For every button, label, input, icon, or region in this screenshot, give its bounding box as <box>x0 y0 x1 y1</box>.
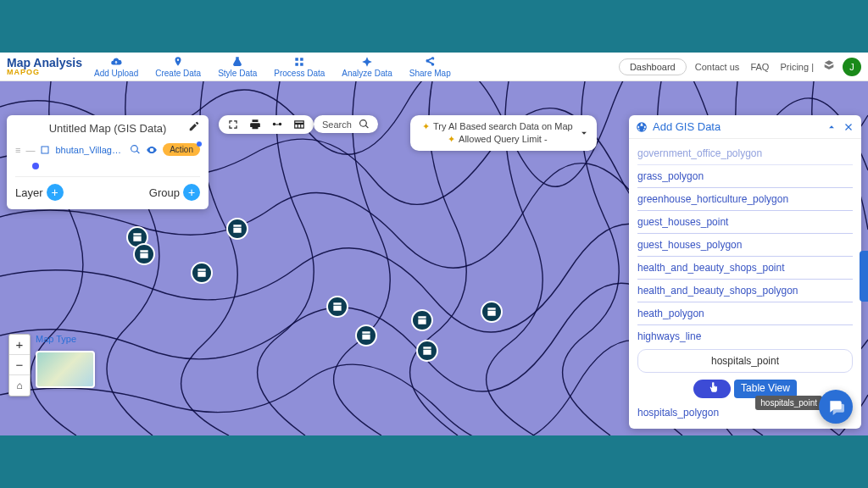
gis-panel-title: Add GIS Data <box>653 120 721 133</box>
brand-logo: Map Analysis MAPOG <box>7 57 82 76</box>
nav-process-data[interactable]: Process Data <box>265 56 333 78</box>
zoom-home-button[interactable]: ⌂ <box>9 375 30 396</box>
user-avatar[interactable]: J <box>843 58 861 76</box>
hospital-marker[interactable] <box>411 309 433 331</box>
chat-fab[interactable] <box>819 390 853 424</box>
nav-label: Share Map <box>409 69 451 78</box>
map-search-chip[interactable]: Search <box>314 115 378 133</box>
dashboard-button[interactable]: Dashboard <box>619 58 687 75</box>
hospital-marker[interactable] <box>326 296 348 318</box>
process-icon <box>293 56 305 68</box>
search-icon <box>359 119 370 130</box>
map-tools-chip <box>219 115 314 134</box>
faq-link[interactable]: FAQ <box>750 62 769 72</box>
nav-label: Analyze Data <box>342 69 392 78</box>
gis-list-item[interactable]: heath_polygon <box>637 302 853 325</box>
contact-link[interactable]: Contact us <box>695 62 740 72</box>
flask-icon <box>231 56 243 68</box>
search-label: Search <box>322 119 352 130</box>
footer-group-label: Group <box>149 186 180 199</box>
ai-search-chip[interactable]: ✦Try AI Based search Data on Map ✦Allowe… <box>410 115 597 151</box>
hospital-marker[interactable] <box>133 243 155 265</box>
hospital-marker[interactable] <box>481 301 503 323</box>
print-icon[interactable] <box>249 119 261 130</box>
zoom-out-button[interactable]: − <box>9 355 30 375</box>
nav-right: Contact us FAQ Pricing | <box>695 62 822 72</box>
collapse-icon[interactable] <box>826 121 837 133</box>
measure-icon[interactable] <box>271 119 283 130</box>
nav-analyze-data[interactable]: Analyze Data <box>333 56 400 78</box>
brand-sub: MAPOG <box>7 69 82 76</box>
nav-label: Process Data <box>274 69 325 78</box>
hospital-marker[interactable] <box>416 340 438 362</box>
table-icon[interactable] <box>293 119 305 130</box>
gis-list-item[interactable]: highways_line <box>637 325 853 344</box>
nav-label: Style Data <box>218 69 257 78</box>
add-toggle[interactable] <box>693 380 731 398</box>
edit-title-icon[interactable] <box>188 120 200 135</box>
drag-handle-icon[interactable]: ≡ <box>15 145 20 155</box>
cursor-hand-icon <box>709 381 721 393</box>
add-layer-button[interactable]: + <box>47 184 64 201</box>
nav-label: Add Upload <box>94 69 138 78</box>
gis-data-panel: Add GIS Data government_office_polygongr… <box>629 115 861 429</box>
close-icon[interactable] <box>843 121 854 133</box>
top-nav: Map Analysis MAPOG Add Upload Create Dat… <box>0 53 868 81</box>
globe-icon <box>636 121 648 133</box>
hospital-marker[interactable] <box>226 218 248 240</box>
layer-name: bhutan_Villages l... <box>55 145 125 155</box>
gis-list-item[interactable]: health_and_beauty_shops_point <box>637 257 853 280</box>
ai-line2: Allowed Query Limit - <box>459 134 548 144</box>
share-icon <box>424 56 436 68</box>
pricing-link[interactable]: Pricing | <box>780 62 814 72</box>
fullscreen-icon[interactable] <box>227 119 239 130</box>
add-group-button[interactable]: + <box>183 184 200 201</box>
layer-panel: Untitled Map (GIS Data) ≡ — bhutan_Villa… <box>7 115 209 209</box>
layer-row[interactable]: ≡ — bhutan_Villages l... Action <box>15 140 200 159</box>
gis-list-item[interactable]: health_and_beauty_shops_polygon <box>637 280 853 302</box>
nav-label: Create Data <box>155 69 201 78</box>
pin-icon <box>172 56 184 68</box>
zoom-in-button[interactable]: + <box>9 335 30 355</box>
nav-add-upload[interactable]: Add Upload <box>86 56 147 78</box>
nav-share-map[interactable]: Share Map <box>401 56 459 78</box>
nav-create-data[interactable]: Create Data <box>147 56 209 78</box>
sparkle-icon: ✦ <box>422 121 430 131</box>
gis-list-item[interactable]: greenhouse_horticulture_polygon <box>637 188 853 211</box>
gis-list-item[interactable]: guest_houses_polygon <box>637 234 853 257</box>
hospital-marker[interactable] <box>355 324 377 347</box>
map-type-label: Map Type <box>36 334 76 344</box>
ai-line1: Try AI Based search Data on Map <box>433 121 573 131</box>
map-canvas[interactable]: Untitled Map (GIS Data) ≡ — bhutan_Villa… <box>0 81 868 435</box>
layer-action-button[interactable]: Action <box>163 143 200 156</box>
svg-rect-0 <box>42 147 48 153</box>
side-drawer-tab[interactable] <box>860 251 868 302</box>
gis-selected-item[interactable]: hospitals_point <box>637 349 853 373</box>
hospital-marker[interactable] <box>191 262 213 284</box>
zoom-to-layer-icon[interactable] <box>130 144 141 155</box>
cloud-upload-icon <box>110 56 122 68</box>
zoom-control: + − ⌂ <box>8 334 31 396</box>
chat-icon <box>827 398 844 415</box>
map-title: Untitled Map (GIS Data) <box>49 122 167 135</box>
gis-list-item[interactable]: government_office_polygon <box>637 142 853 165</box>
apps-icon[interactable] <box>822 59 843 75</box>
compass-icon <box>361 56 373 68</box>
footer-layer-label: Layer <box>15 186 43 199</box>
nav-style-data[interactable]: Style Data <box>209 56 265 78</box>
map-type-thumbnail[interactable] <box>36 351 95 388</box>
sparkle-icon: ✦ <box>448 134 455 144</box>
visibility-icon[interactable] <box>146 144 158 156</box>
layer-geom-icon <box>40 145 50 155</box>
tooltip: hospitals_point <box>755 396 822 410</box>
chevron-down-icon[interactable] <box>578 127 590 139</box>
gis-list-item[interactable]: grass_polygon <box>637 165 853 188</box>
layer-symbol-dot <box>32 163 39 169</box>
gis-list-item[interactable]: guest_houses_point <box>637 211 853 234</box>
